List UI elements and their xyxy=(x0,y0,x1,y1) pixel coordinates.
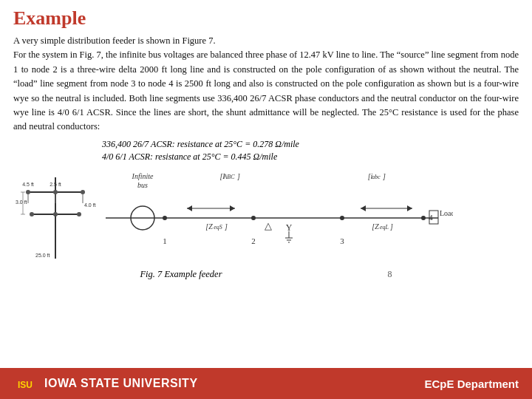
footer-dept: ECpE Department xyxy=(424,378,519,390)
svg-text:[Z: [Z xyxy=(205,222,213,231)
svg-text:3.0 ft: 3.0 ft xyxy=(16,200,27,205)
svg-marker-52 xyxy=(407,205,412,211)
fig-caption-text: Fig. 7 Example feeder xyxy=(140,269,222,280)
svg-text:]: ] xyxy=(224,222,228,231)
svg-marker-40 xyxy=(230,205,235,211)
svg-text:3: 3 xyxy=(340,236,344,245)
formula-block: 336,400 26/7 ACSR: resistance at 25°C = … xyxy=(13,139,519,164)
svg-point-6 xyxy=(30,212,34,216)
diagram-row: 4.5 ft 2.5 ft 3.0 ft 4.0 ft 25.0 ft xyxy=(13,170,519,266)
page-number: 8 xyxy=(388,269,392,280)
svg-point-8 xyxy=(77,212,81,216)
pole-config-diagram: 4.5 ft 2.5 ft 3.0 ft 4.0 ft 25.0 ft xyxy=(13,170,98,266)
content-area: Example A very simple distribution feede… xyxy=(0,0,532,368)
footer-logo: ISU IOWA STATE UNIVERSITY xyxy=(13,372,198,395)
university-name: IOWA STATE UNIVERSITY xyxy=(44,377,198,390)
body-text: A very simple distribution feeder is sho… xyxy=(13,34,519,134)
fig-caption: Fig. 7 Example feeder 8 xyxy=(140,269,392,280)
svg-text:ABC: ABC xyxy=(222,174,235,180)
slide-title: Example xyxy=(13,7,519,30)
svg-text:Infinite: Infinite xyxy=(132,172,154,180)
formula-line-2: 4/0 6/1 ACSR: resistance at 25°C = 0.445… xyxy=(102,151,519,163)
svg-marker-53 xyxy=(361,205,366,211)
svg-text:eqS: eqS xyxy=(214,224,222,231)
svg-text:]: ] xyxy=(389,222,393,231)
paragraph-1: A very simple distribution feeder is sho… xyxy=(13,35,216,46)
svg-text:bus: bus xyxy=(137,181,148,189)
svg-text:eqL: eqL xyxy=(380,224,389,231)
circuit-diagram: Infinite bus [I ABC ] [i abc ] xyxy=(98,170,519,266)
svg-point-5 xyxy=(81,190,85,194)
svg-text:2: 2 xyxy=(251,236,256,245)
isu-logo-icon: ISU xyxy=(13,372,37,395)
svg-text:ISU: ISU xyxy=(18,380,33,390)
svg-text:]: ] xyxy=(382,172,386,180)
svg-text:2.5 ft: 2.5 ft xyxy=(50,182,61,187)
svg-text:△: △ xyxy=(265,220,272,231)
footer-bar: ISU IOWA STATE UNIVERSITY ECpE Departmen… xyxy=(0,368,532,399)
svg-text:25.0 ft: 25.0 ft xyxy=(35,253,50,258)
svg-text:]: ] xyxy=(236,172,240,180)
svg-text:1: 1 xyxy=(163,236,167,245)
svg-text:Y: Y xyxy=(286,222,293,233)
svg-text:[Z: [Z xyxy=(372,222,379,231)
svg-point-36 xyxy=(421,216,426,220)
paragraph-2: For the system in Fig. 7, the infinite b… xyxy=(13,50,519,132)
svg-point-30 xyxy=(163,216,167,220)
svg-point-3 xyxy=(26,190,30,194)
svg-text:4.5 ft: 4.5 ft xyxy=(22,182,34,187)
svg-point-34 xyxy=(340,216,344,220)
svg-point-32 xyxy=(251,216,256,220)
slide-container: Example A very simple distribution feede… xyxy=(0,0,532,399)
svg-point-4 xyxy=(53,190,58,194)
svg-text:abc: abc xyxy=(372,174,381,180)
svg-text:4.0 ft: 4.0 ft xyxy=(84,202,96,208)
svg-text:Load: Load xyxy=(440,209,453,217)
diagram-area: 336,400 26/7 ACSR: resistance at 25°C = … xyxy=(13,139,519,364)
formula-line-1: 336,400 26/7 ACSR: resistance at 25°C = … xyxy=(102,139,519,150)
svg-marker-41 xyxy=(187,205,192,211)
